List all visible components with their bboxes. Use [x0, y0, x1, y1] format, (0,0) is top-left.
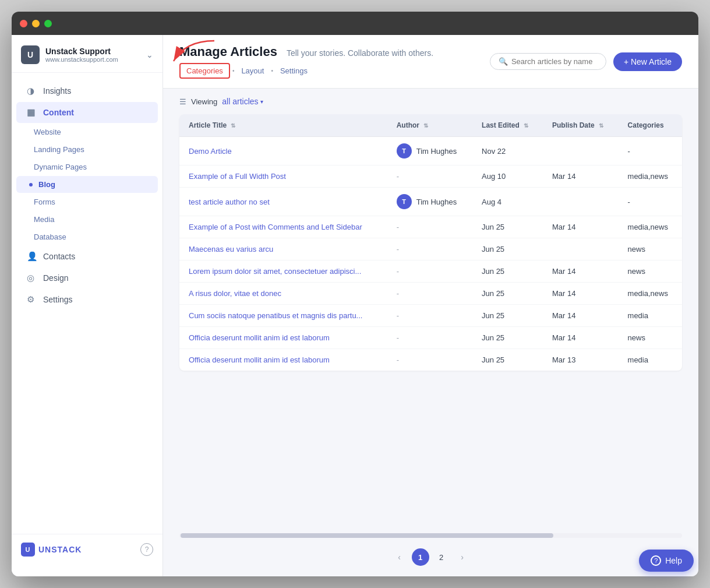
sidebar-item-contacts[interactable]: 👤 Contacts: [16, 246, 158, 267]
publish-date: Mar 14: [543, 166, 619, 188]
content-area: Manage Articles Tell your stories. Colla…: [163, 35, 698, 576]
tab-categories[interactable]: Categories: [179, 63, 230, 79]
col-publish-date[interactable]: Publish Date ⇅: [543, 114, 619, 137]
media-label: Media: [34, 215, 54, 224]
tabs-area: Categories • Layout • Settings: [179, 63, 433, 79]
horizontal-scroll[interactable]: [163, 533, 698, 538]
website-label: Website: [34, 128, 61, 136]
forms-label: Forms: [34, 198, 55, 206]
author-cell: -: [387, 216, 472, 238]
sidebar-item-media[interactable]: Media: [16, 211, 158, 228]
categories: news: [619, 238, 682, 260]
header-actions: 🔍 + New Article: [490, 52, 682, 71]
contacts-label: Contacts: [43, 252, 75, 261]
insights-icon: ◑: [27, 86, 37, 96]
table-row[interactable]: A risus dolor, vitae et donec-Jun 25Mar …: [179, 283, 682, 305]
article-title-link[interactable]: Example of a Full Width Post: [189, 172, 286, 181]
tab-layout[interactable]: Layout: [236, 64, 269, 78]
table-row[interactable]: Example of a Post with Comments and Left…: [179, 216, 682, 238]
categories: news: [619, 327, 682, 349]
new-article-button[interactable]: + New Article: [613, 52, 682, 71]
article-title-link[interactable]: A risus dolor, vitae et donec: [189, 289, 281, 298]
scroll-thumb[interactable]: [181, 533, 553, 538]
col-last-edited[interactable]: Last Edited ⇅: [472, 114, 543, 137]
categories: media,news: [619, 166, 682, 188]
table-row[interactable]: test article author no setTTim HughesAug…: [179, 188, 682, 216]
categories: media,news: [619, 216, 682, 238]
sidebar-item-design[interactable]: ◎ Design: [16, 267, 158, 288]
blog-label: Blog: [38, 180, 55, 189]
article-title-link[interactable]: test article author no set: [189, 198, 270, 206]
search-icon: 🔍: [499, 57, 508, 66]
table-row[interactable]: Example of a Full Width Post-Aug 10Mar 1…: [179, 166, 682, 188]
app-window: U Unstack Support www.unstacksupport.com…: [12, 12, 698, 576]
content-header: Manage Articles Tell your stories. Colla…: [163, 35, 698, 89]
page-1-button[interactable]: 1: [412, 548, 429, 566]
article-title-link[interactable]: Maecenas eu varius arcu: [189, 245, 273, 253]
chevron-down-icon: ▾: [260, 98, 263, 105]
table-row[interactable]: Lorem ipsum dolor sit amet, consectetuer…: [179, 260, 682, 283]
search-box[interactable]: 🔍: [490, 53, 606, 70]
table-row[interactable]: Officia deserunt mollit anim id est labo…: [179, 349, 682, 371]
categories: -: [619, 188, 682, 216]
article-title-link[interactable]: Demo Article: [189, 147, 232, 156]
publish-date: [543, 137, 619, 166]
author-name: Tim Hughes: [416, 198, 457, 206]
sidebar-item-website[interactable]: Website: [16, 124, 158, 140]
col-title[interactable]: Article Title ⇅: [179, 114, 387, 137]
sort-icon: ⇅: [423, 122, 428, 129]
table-row[interactable]: Maecenas eu varius arcu-Jun 25news: [179, 238, 682, 260]
table-row[interactable]: Cum sociis natoque penatibus et magnis d…: [179, 305, 682, 327]
col-author[interactable]: Author ⇅: [387, 114, 472, 137]
dynamic-pages-label: Dynamic Pages: [34, 163, 87, 171]
sidebar-item-content[interactable]: ▦ Content: [16, 102, 158, 123]
last-edited: Nov 22: [472, 137, 543, 166]
last-edited: Jun 25: [472, 327, 543, 349]
search-input[interactable]: [511, 57, 598, 66]
article-title-link[interactable]: Cum sociis natoque penatibus et magnis d…: [189, 311, 362, 320]
page-2-button[interactable]: 2: [433, 548, 450, 566]
sidebar-item-forms[interactable]: Forms: [16, 193, 158, 210]
categories-tab-wrapper: Categories: [179, 63, 230, 79]
brand-name: Unstack Support: [45, 47, 118, 56]
publish-date: Mar 14: [543, 327, 619, 349]
tab-settings[interactable]: Settings: [275, 64, 312, 78]
last-edited: Jun 25: [472, 260, 543, 283]
sidebar-item-dynamic-pages[interactable]: Dynamic Pages: [16, 159, 158, 175]
categories: news: [619, 260, 682, 283]
sidebar-item-label: Content: [43, 108, 74, 117]
chevron-down-icon[interactable]: ⌄: [146, 50, 153, 59]
sidebar-item-database[interactable]: Database: [16, 228, 158, 245]
title-bar: [12, 12, 698, 35]
filter-dropdown[interactable]: all articles ▾: [222, 97, 263, 106]
help-button[interactable]: ? Help: [639, 550, 694, 572]
settings-icon: ⚙: [27, 294, 37, 305]
publish-date: Mar 14: [543, 216, 619, 238]
author-cell: -: [387, 349, 472, 371]
author-cell: -: [387, 305, 472, 327]
sidebar-item-insights[interactable]: ◑ Insights: [16, 80, 158, 101]
author-cell: -: [387, 166, 472, 188]
database-label: Database: [34, 233, 66, 241]
col-categories: Categories: [619, 114, 682, 137]
help-icon[interactable]: ?: [140, 543, 153, 556]
sidebar-item-settings[interactable]: ⚙ Settings: [16, 289, 158, 310]
article-title-link[interactable]: Officia deserunt mollit anim id est labo…: [189, 355, 330, 364]
footer-logo-text: UNSTACK: [38, 545, 82, 554]
article-title-link[interactable]: Officia deserunt mollit anim id est labo…: [189, 333, 330, 342]
close-button[interactable]: [20, 20, 27, 27]
prev-page-button[interactable]: ‹: [391, 548, 408, 566]
contacts-icon: 👤: [27, 251, 37, 262]
last-edited: Jun 25: [472, 216, 543, 238]
next-page-button[interactable]: ›: [454, 548, 471, 566]
maximize-button[interactable]: [44, 20, 52, 27]
minimize-button[interactable]: [32, 20, 40, 27]
design-icon: ◎: [27, 273, 37, 283]
table-row[interactable]: Demo ArticleTTim HughesNov 22-: [179, 137, 682, 166]
sidebar-brand[interactable]: U Unstack Support www.unstacksupport.com…: [12, 35, 163, 73]
article-title-link[interactable]: Lorem ipsum dolor sit amet, consectetuer…: [189, 267, 361, 276]
table-row[interactable]: Officia deserunt mollit anim id est labo…: [179, 327, 682, 349]
sidebar-item-blog[interactable]: Blog: [16, 176, 158, 193]
sidebar-item-landing-pages[interactable]: Landing Pages: [16, 141, 158, 158]
article-title-link[interactable]: Example of a Post with Comments and Left…: [189, 223, 362, 231]
